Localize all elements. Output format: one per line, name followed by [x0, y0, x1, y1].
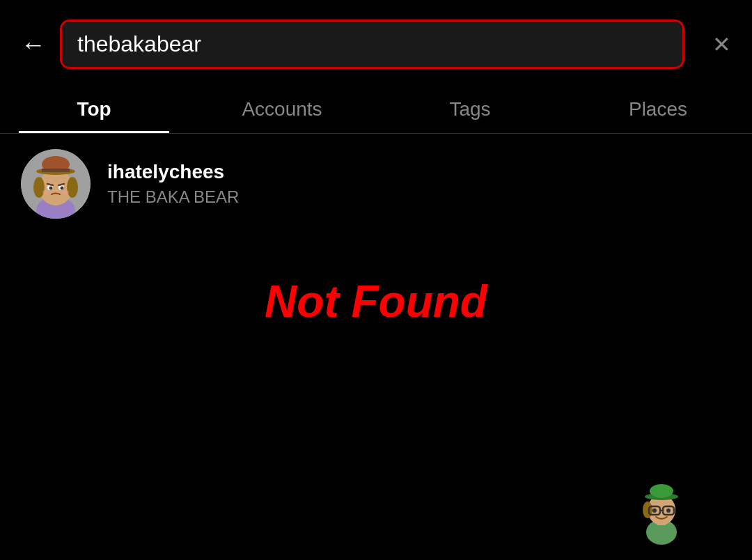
svg-point-27 — [666, 508, 671, 513]
svg-point-21 — [650, 484, 673, 498]
search-input[interactable] — [77, 31, 667, 57]
search-box[interactable] — [60, 20, 684, 69]
tab-accounts[interactable]: Accounts — [188, 86, 376, 133]
svg-point-12 — [61, 187, 64, 190]
not-found-container: Not Found — [0, 234, 752, 327]
tabs-bar: Top Accounts Tags Places — [0, 86, 752, 134]
tab-tags[interactable]: Tags — [376, 86, 564, 133]
clear-button[interactable]: ✕ — [712, 31, 731, 58]
tab-tags-label: Tags — [449, 98, 490, 120]
tab-top-label: Top — [77, 98, 111, 120]
svg-point-8 — [67, 177, 78, 198]
svg-point-22 — [643, 501, 652, 518]
tab-accounts-label: Accounts — [242, 98, 322, 120]
result-item[interactable]: ihatelychees THE BAKA BEAR — [0, 134, 752, 234]
svg-point-26 — [652, 508, 657, 513]
not-found-text: Not Found — [265, 276, 487, 327]
tab-places-label: Places — [629, 98, 687, 120]
tab-places[interactable]: Places — [564, 86, 752, 133]
username: ihatelychees — [107, 161, 239, 183]
avatar — [21, 149, 91, 219]
header: ← ✕ — [0, 0, 752, 83]
tab-top[interactable]: Top — [0, 86, 188, 133]
result-info: ihatelychees THE BAKA BEAR — [107, 161, 239, 207]
svg-point-7 — [33, 177, 45, 198]
display-name: THE BAKA BEAR — [107, 187, 239, 207]
bottom-character — [627, 469, 696, 546]
svg-point-11 — [49, 187, 53, 190]
back-button[interactable]: ← — [21, 32, 46, 57]
svg-point-15 — [42, 190, 49, 194]
svg-point-16 — [62, 190, 69, 194]
svg-rect-6 — [42, 169, 70, 172]
